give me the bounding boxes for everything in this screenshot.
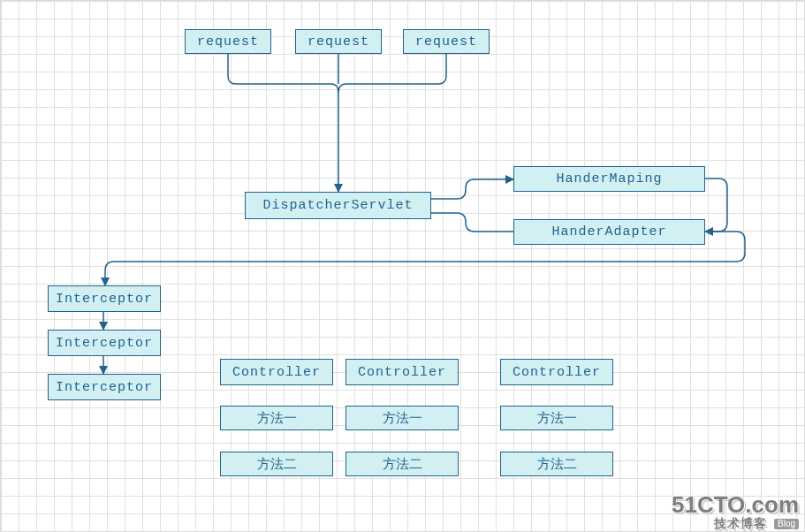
label: Controller <box>513 365 601 380</box>
label: request <box>197 34 259 49</box>
label: Interceptor <box>56 380 153 395</box>
label: Controller <box>232 365 321 380</box>
watermark: 51CTO.com 技术博客 Blog <box>672 493 799 529</box>
label: request <box>415 34 477 49</box>
watermark-line-2: 技术博客 <box>714 516 767 530</box>
node-method-2-b: 方法二 <box>346 452 459 476</box>
node-interceptor-3: Interceptor <box>48 374 161 400</box>
label: 方法一 <box>257 410 297 427</box>
label: request <box>308 34 369 49</box>
watermark-line-1: 51CTO.com <box>672 493 799 516</box>
node-method-2-c: 方法二 <box>500 452 613 476</box>
label: Interceptor <box>56 292 153 307</box>
node-controller-3: Controller <box>500 359 613 385</box>
node-hander-adapter: HanderAdapter <box>513 219 705 245</box>
label: HanderAdapter <box>551 224 666 239</box>
node-method-1-c: 方法一 <box>500 406 613 430</box>
label: DispatcherServlet <box>262 198 413 213</box>
label: Interceptor <box>56 336 153 351</box>
label: 方法一 <box>537 410 577 427</box>
label: Controller <box>358 365 446 380</box>
node-interceptor-1: Interceptor <box>48 285 161 312</box>
label: HanderMaping <box>556 171 662 186</box>
node-request-3: request <box>403 29 490 54</box>
watermark-badge: Blog <box>774 519 799 529</box>
label: 方法一 <box>383 410 422 427</box>
node-request-2: request <box>295 29 382 54</box>
node-method-1-a: 方法一 <box>220 406 333 430</box>
node-method-1-b: 方法一 <box>346 406 459 430</box>
label: 方法二 <box>383 456 422 473</box>
node-controller-2: Controller <box>346 359 459 385</box>
node-method-2-a: 方法二 <box>220 452 333 476</box>
node-request-1: request <box>185 29 271 54</box>
node-interceptor-2: Interceptor <box>48 330 161 356</box>
label: 方法二 <box>257 456 297 473</box>
label: 方法二 <box>537 456 577 473</box>
diagram-canvas: request request request DispatcherServle… <box>0 0 805 532</box>
node-dispatcher-servlet: DispatcherServlet <box>245 192 431 219</box>
node-controller-1: Controller <box>220 359 333 385</box>
node-hander-maping: HanderMaping <box>513 166 705 192</box>
